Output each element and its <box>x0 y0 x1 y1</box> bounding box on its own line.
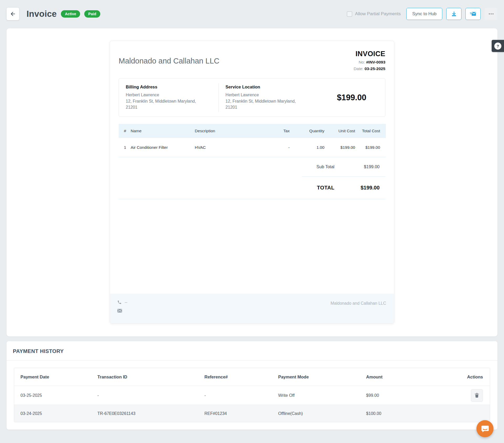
payment-transaction-id: TR-67E0E03261143 <box>97 411 204 416</box>
invoice-number-label: No: <box>359 60 365 64</box>
line-item-unit-cost: $199.00 <box>324 138 355 157</box>
send-email-button[interactable] <box>465 8 481 20</box>
invoice-number-line: No: #INV-0093 <box>354 60 385 65</box>
line-item-description: HVAC <box>195 138 266 157</box>
arrow-left-icon <box>10 11 16 17</box>
billing-address-line1: 12, Franklin St, Middletown Maryland, <box>126 98 216 104</box>
invoice-date-label: Date: <box>354 66 363 71</box>
help-icon: ? <box>494 43 501 50</box>
download-button[interactable] <box>446 8 461 20</box>
billing-address: Billing Address Herbert Lawrence 12, Fra… <box>119 78 218 117</box>
address-box: Billing Address Herbert Lawrence 12, Fra… <box>119 78 385 117</box>
allow-partial-payments-label: Allow Partial Payments <box>355 11 401 17</box>
subtotal-row: Sub Total $199.00 <box>119 157 385 176</box>
invoice-footer-contacts: -- <box>117 300 127 317</box>
payment-reference: REF#01234 <box>204 411 278 416</box>
service-location-line2: 21201 <box>225 104 316 110</box>
payment-mode: Offline(Cash) <box>278 411 366 416</box>
col-header-description: Description <box>195 124 266 138</box>
payment-history-divider <box>7 360 497 361</box>
page-title: Invoice <box>27 9 57 19</box>
back-button[interactable] <box>7 8 19 20</box>
sync-to-hub-button[interactable]: Sync to Hub <box>406 8 442 20</box>
invoice-doc-title: INVOICE <box>354 50 385 58</box>
invoice-paper: Maldonado and Callahan LLC INVOICE No: #… <box>110 41 394 324</box>
line-item-total-cost: $199.00 <box>355 138 386 157</box>
chat-bubble-icon <box>481 424 490 433</box>
invoice-number-value: #INV-0093 <box>366 60 385 64</box>
download-icon <box>451 11 457 17</box>
col-header-amount: Amount <box>366 375 454 379</box>
billing-address-line2: 21201 <box>126 104 216 110</box>
payment-history-title: PAYMENT HISTORY <box>13 348 491 354</box>
line-items-header-row: # Name Description Tax Quantity Unit Cos… <box>119 124 386 138</box>
totals-section: Sub Total $199.00 TOTAL $199.00 <box>119 157 385 199</box>
invoice-meta: INVOICE No: #INV-0093 Date: 03-25-2025 <box>354 50 385 71</box>
total-row: TOTAL $199.00 <box>119 177 385 199</box>
subtotal-value: $199.00 <box>351 164 385 169</box>
service-location-title: Service Location <box>225 85 316 89</box>
payment-history-table: Payment Date Transaction ID Reference# P… <box>14 368 490 422</box>
invoice-blank-area <box>110 199 394 294</box>
payment-actions <box>454 389 490 402</box>
company-name: Maldonado and Callahan LLC <box>119 57 219 71</box>
payment-transaction-id: - <box>97 393 204 398</box>
payment-date: 03-24-2025 <box>14 411 97 416</box>
phone-icon <box>117 300 122 304</box>
line-items-table: # Name Description Tax Quantity Unit Cos… <box>119 124 386 157</box>
line-item-number: 1 <box>119 138 131 157</box>
payment-row: 03-25-2025 - - Write Off $99.00 <box>14 386 490 405</box>
billing-address-title: Billing Address <box>126 85 216 89</box>
line-item-row: 1 Air Conditioner Filter HVAC - 1.00 $19… <box>119 138 386 157</box>
top-bar: Invoice Active Paid Allow Partial Paymen… <box>0 0 504 28</box>
footer-phone-line: -- <box>117 300 127 304</box>
total-label: TOTAL <box>317 185 334 191</box>
more-options-button[interactable] <box>485 8 497 20</box>
service-location: Service Location Herbert Lawrence 12, Fr… <box>219 78 318 117</box>
col-header-actions: Actions <box>454 375 490 379</box>
subtotal-label: Sub Total <box>317 164 335 169</box>
status-badge-paid: Paid <box>84 10 100 18</box>
col-header-unit-cost: Unit Cost <box>324 124 355 138</box>
col-header-total-cost: Total Cost <box>355 124 386 138</box>
payment-history-card: PAYMENT HISTORY Payment Date Transaction… <box>7 341 497 430</box>
col-header-payment-date: Payment Date <box>14 375 97 379</box>
payment-date: 03-25-2025 <box>14 393 97 398</box>
col-header-number: # <box>119 124 131 138</box>
col-header-payment-mode: Payment Mode <box>278 375 366 379</box>
col-header-tax: Tax <box>266 124 290 138</box>
billing-address-name: Herbert Lawrence <box>126 92 216 98</box>
invoice-amount-box: $199.00 <box>318 78 385 117</box>
col-header-transaction-id: Transaction ID <box>97 375 204 379</box>
footer-email-line <box>117 309 127 313</box>
allow-partial-payments-checkbox[interactable] <box>347 11 352 17</box>
invoice-date-line: Date: 03-25-2025 <box>354 66 385 71</box>
invoice-footer: -- Maldonado and Callahan LLC <box>110 294 394 323</box>
payment-table-header-row: Payment Date Transaction ID Reference# P… <box>14 368 490 386</box>
help-tab[interactable]: ? <box>492 40 504 52</box>
service-location-name: Herbert Lawrence <box>225 92 316 98</box>
line-item-name: Air Conditioner Filter <box>131 138 195 157</box>
chat-widget-button[interactable] <box>476 420 494 437</box>
invoice-amount: $199.00 <box>337 93 366 102</box>
col-header-name: Name <box>131 124 195 138</box>
line-item-tax: - <box>266 138 290 157</box>
invoice-card: Maldonado and Callahan LLC INVOICE No: #… <box>7 28 497 336</box>
delete-payment-button[interactable] <box>471 389 483 402</box>
more-options-icon <box>488 13 494 15</box>
line-item-quantity: 1.00 <box>290 138 324 157</box>
payment-amount: $100.00 <box>366 411 454 416</box>
send-email-icon <box>470 11 476 17</box>
col-header-reference: Reference# <box>204 375 278 379</box>
payment-amount: $99.00 <box>366 393 454 398</box>
total-value: $199.00 <box>351 185 385 191</box>
payment-history-header: PAYMENT HISTORY <box>7 341 497 360</box>
invoice-date-value: 03-25-2025 <box>365 66 385 71</box>
footer-company-name: Maldonado and Callahan LLC <box>330 300 386 317</box>
payment-row: 03-24-2025 TR-67E0E03261143 REF#01234 Of… <box>14 405 490 422</box>
invoice-paper-header: Maldonado and Callahan LLC INVOICE No: #… <box>110 41 394 71</box>
header-actions: Allow Partial Payments Sync to Hub <box>347 8 497 20</box>
footer-phone-value: -- <box>125 300 127 304</box>
payment-reference: - <box>204 393 278 398</box>
col-header-quantity: Quantity <box>290 124 324 138</box>
